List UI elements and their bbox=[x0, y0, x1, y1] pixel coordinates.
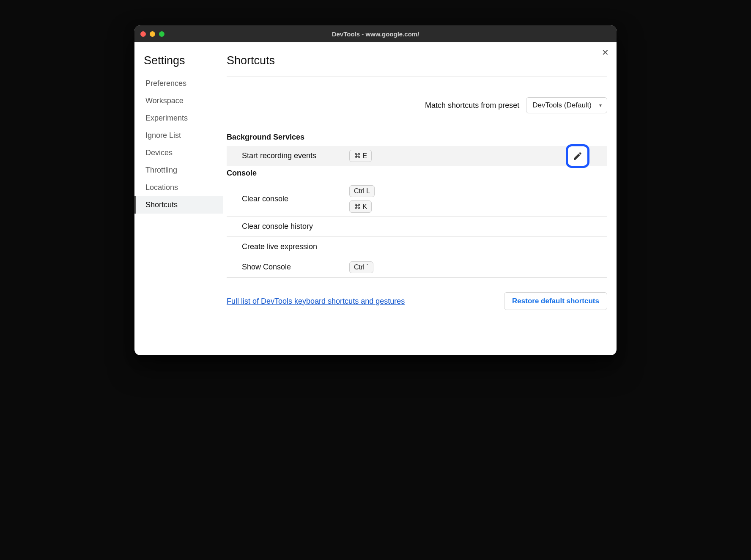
shortcut-action: Start recording events bbox=[227, 146, 349, 165]
sidebar-item-devices[interactable]: Devices bbox=[134, 144, 223, 162]
sidebar-item-ignore-list[interactable]: Ignore List bbox=[134, 127, 223, 144]
shortcut-keys: Ctrl L⌘ K bbox=[349, 182, 375, 216]
window-close-icon[interactable] bbox=[140, 31, 146, 37]
sidebar-item-throttling[interactable]: Throttling bbox=[134, 162, 223, 179]
edit-shortcut-button[interactable] bbox=[566, 144, 589, 168]
keyboard-key: ⌘ E bbox=[349, 150, 372, 162]
shortcut-row: Start recording events⌘ E bbox=[227, 146, 607, 166]
window-title: DevTools - www.google.com/ bbox=[134, 30, 617, 38]
footer: Full list of DevTools keyboard shortcuts… bbox=[227, 277, 607, 312]
page-title: Shortcuts bbox=[227, 54, 607, 77]
window-minimize-icon[interactable] bbox=[150, 31, 155, 37]
sidebar-item-shortcuts[interactable]: Shortcuts bbox=[134, 196, 223, 214]
sidebar-item-experiments[interactable]: Experiments bbox=[134, 110, 223, 127]
pencil-icon bbox=[573, 151, 583, 161]
content: ✕ Settings PreferencesWorkspaceExperimen… bbox=[134, 42, 617, 355]
keyboard-key: ⌘ K bbox=[349, 200, 372, 213]
full-list-link[interactable]: Full list of DevTools keyboard shortcuts… bbox=[227, 297, 405, 306]
traffic-lights bbox=[140, 31, 164, 37]
shortcut-keys: ⌘ E bbox=[349, 146, 372, 165]
section-title: Background Services bbox=[227, 130, 607, 146]
app-window: DevTools - www.google.com/ ✕ Settings Pr… bbox=[134, 25, 617, 355]
preset-label: Match shortcuts from preset bbox=[425, 101, 519, 110]
shortcut-action: Clear console history bbox=[227, 217, 349, 236]
window-zoom-icon[interactable] bbox=[159, 31, 164, 37]
shortcut-action: Show Console bbox=[227, 258, 349, 277]
preset-row: Match shortcuts from preset DevTools (De… bbox=[227, 77, 607, 130]
sidebar-item-workspace[interactable]: Workspace bbox=[134, 92, 223, 110]
sidebar: Settings PreferencesWorkspaceExperiments… bbox=[134, 42, 223, 355]
titlebar: DevTools - www.google.com/ bbox=[134, 25, 617, 42]
shortcut-row: Create live expression bbox=[227, 237, 607, 257]
sidebar-item-locations[interactable]: Locations bbox=[134, 179, 223, 196]
preset-select[interactable]: DevTools (Default) bbox=[526, 97, 607, 113]
keyboard-key: Ctrl ` bbox=[349, 261, 373, 273]
shortcut-action: Clear console bbox=[227, 189, 349, 209]
shortcut-keys: Ctrl ` bbox=[349, 258, 373, 277]
shortcut-action: Create live expression bbox=[227, 237, 349, 256]
preset-select-value: DevTools (Default) bbox=[532, 101, 592, 109]
sidebar-item-preferences[interactable]: Preferences bbox=[134, 75, 223, 92]
shortcut-row: Clear consoleCtrl L⌘ K bbox=[227, 182, 607, 217]
shortcut-row: Clear console history bbox=[227, 217, 607, 237]
main-panel: Shortcuts Match shortcuts from preset De… bbox=[223, 42, 617, 355]
close-icon[interactable]: ✕ bbox=[602, 48, 609, 57]
keyboard-key: Ctrl L bbox=[349, 185, 375, 197]
section-title: Console bbox=[227, 166, 607, 182]
shortcut-row: Show ConsoleCtrl ` bbox=[227, 257, 607, 277]
sidebar-heading: Settings bbox=[134, 54, 223, 75]
restore-defaults-button[interactable]: Restore default shortcuts bbox=[504, 292, 607, 310]
